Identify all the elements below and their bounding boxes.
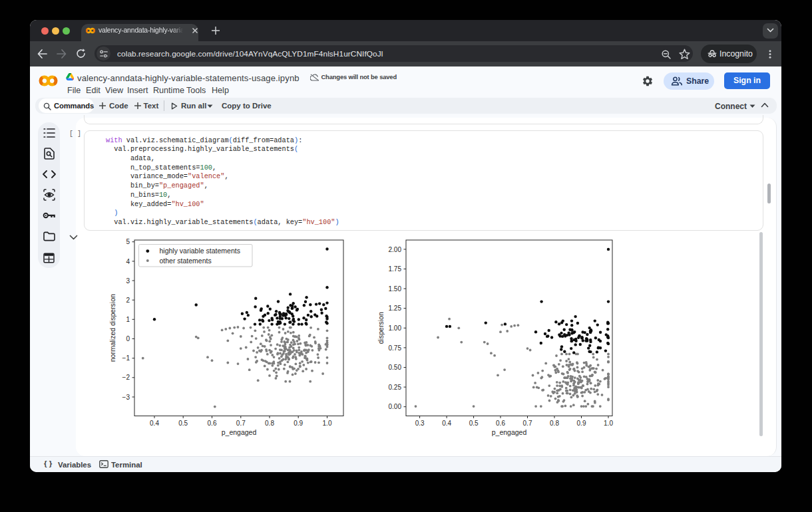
svg-text:0.7: 0.7	[236, 420, 246, 427]
svg-text:−3: −3	[122, 394, 130, 401]
svg-text:1.0: 1.0	[323, 420, 332, 427]
svg-text:3: 3	[126, 277, 130, 285]
svg-text:0.9: 0.9	[577, 420, 586, 427]
svg-text:p_engaged: p_engaged	[492, 428, 527, 436]
svg-text:0.5: 0.5	[469, 420, 479, 427]
svg-text:−2: −2	[122, 374, 130, 381]
svg-text:0.3: 0.3	[415, 420, 425, 427]
svg-text:2: 2	[126, 297, 130, 304]
svg-text:1.0: 1.0	[604, 420, 613, 427]
svg-text:0.25: 0.25	[389, 384, 402, 391]
svg-text:dispersion: dispersion	[377, 312, 385, 344]
svg-text:0.9: 0.9	[294, 420, 303, 427]
svg-text:highly variable statements: highly variable statements	[160, 247, 240, 255]
svg-text:1.75: 1.75	[389, 265, 402, 273]
svg-text:0.7: 0.7	[523, 420, 532, 427]
svg-text:0.75: 0.75	[389, 344, 402, 352]
svg-text:other statements: other statements	[160, 257, 212, 265]
svg-text:0.00: 0.00	[389, 403, 402, 410]
svg-text:0.4: 0.4	[150, 420, 159, 427]
svg-text:0.5: 0.5	[178, 420, 188, 427]
svg-text:0.8: 0.8	[550, 420, 559, 427]
svg-text:1: 1	[126, 316, 130, 323]
svg-text:0.50: 0.50	[389, 364, 402, 371]
svg-text:−1: −1	[122, 354, 130, 362]
svg-text:5: 5	[126, 238, 130, 245]
svg-text:0.8: 0.8	[265, 420, 274, 427]
svg-text:4: 4	[126, 258, 130, 265]
svg-text:0: 0	[126, 335, 130, 342]
svg-text:0.6: 0.6	[208, 420, 217, 427]
svg-text:0.4: 0.4	[442, 420, 451, 427]
svg-text:2.00: 2.00	[389, 246, 402, 253]
svg-text:1.25: 1.25	[389, 305, 402, 312]
svg-text:0.6: 0.6	[496, 420, 505, 427]
svg-text:1.00: 1.00	[389, 324, 402, 332]
svg-text:1.50: 1.50	[389, 285, 402, 293]
svg-text:p_engaged: p_engaged	[222, 428, 257, 436]
svg-text:normalized dispersion: normalized dispersion	[108, 294, 116, 362]
